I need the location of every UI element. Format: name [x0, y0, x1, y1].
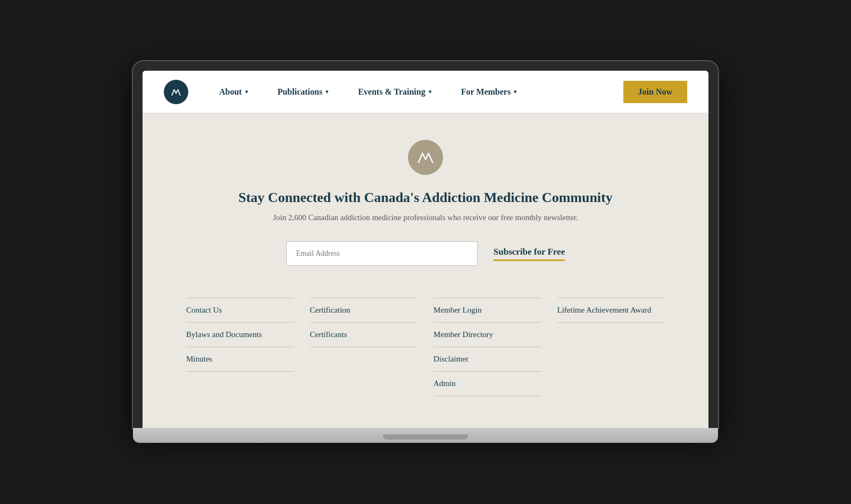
laptop-notch	[383, 434, 468, 440]
laptop-frame: About ▾ Publications ▾ Events & Training…	[133, 61, 718, 443]
footer-links: Contact Us Bylaws and Documents Minutes …	[186, 298, 665, 396]
footer-link-minutes[interactable]: Minutes	[186, 347, 294, 372]
footer-link-member-login[interactable]: Member Login	[433, 298, 541, 323]
laptop-screen: About ▾ Publications ▾ Events & Training…	[133, 61, 718, 428]
subscribe-button[interactable]: Subscribe for Free	[494, 247, 565, 261]
hero-subtitle: Join 2,600 Canadian addiction medicine p…	[273, 213, 578, 222]
screen-content: About ▾ Publications ▾ Events & Training…	[143, 71, 708, 428]
footer-col-3: Member Login Member Directory Disclaimer…	[433, 298, 541, 396]
footer-link-member-directory[interactable]: Member Directory	[433, 323, 541, 347]
join-now-button[interactable]: Join Now	[623, 81, 687, 103]
nav-logo[interactable]	[164, 80, 188, 104]
footer-col-1: Contact Us Bylaws and Documents Minutes	[186, 298, 294, 396]
nav-items: About ▾ Publications ▾ Events & Training…	[204, 87, 623, 97]
chevron-down-icon: ▾	[514, 89, 516, 95]
subscribe-row: Subscribe for Free	[164, 241, 687, 266]
chevron-down-icon: ▾	[245, 89, 248, 95]
footer-link-disclaimer[interactable]: Disclaimer	[433, 347, 541, 372]
footer-link-contact-us[interactable]: Contact Us	[186, 298, 294, 323]
brand-logo-circle	[408, 140, 443, 175]
nav-events-training[interactable]: Events & Training ▾	[343, 87, 446, 97]
footer-col-2: Certification Certificants	[310, 298, 418, 396]
footer-link-certificants[interactable]: Certificants	[310, 323, 418, 347]
footer-col-4: Lifetime Achievement Award	[557, 298, 665, 396]
footer-link-certification[interactable]: Certification	[310, 298, 418, 323]
chevron-down-icon: ▾	[429, 89, 431, 95]
navbar: About ▾ Publications ▾ Events & Training…	[143, 71, 708, 113]
footer-link-bylaws[interactable]: Bylaws and Documents	[186, 323, 294, 347]
chevron-down-icon: ▾	[326, 89, 328, 95]
nav-for-members[interactable]: For Members ▾	[446, 87, 531, 97]
laptop-base	[133, 428, 718, 443]
nav-publications[interactable]: Publications ▾	[263, 87, 343, 97]
email-input[interactable]	[286, 241, 478, 266]
nav-about[interactable]: About ▾	[204, 87, 263, 97]
hero-title: Stay Connected with Canada's Addiction M…	[238, 190, 613, 206]
footer-link-admin[interactable]: Admin	[433, 372, 541, 396]
footer-link-lifetime-award[interactable]: Lifetime Achievement Award	[557, 298, 665, 323]
main-content: Stay Connected with Canada's Addiction M…	[143, 113, 708, 428]
